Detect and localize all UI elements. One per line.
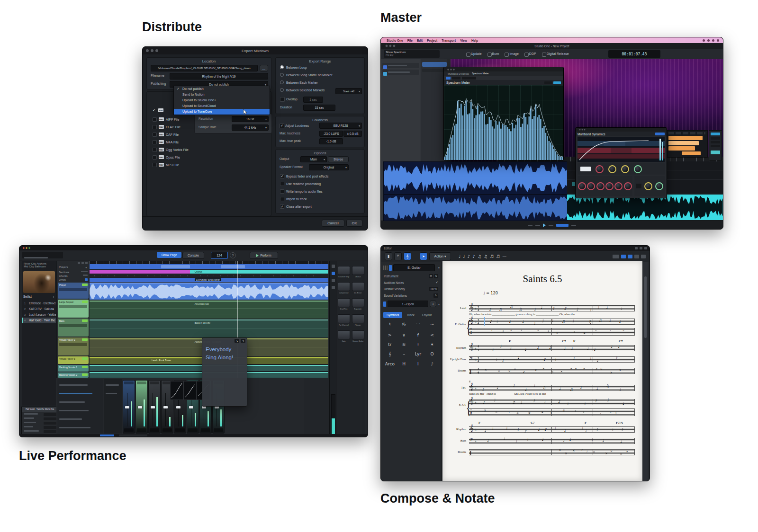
mbd-knob[interactable] xyxy=(608,165,616,173)
audition-checkbox[interactable]: ✓ xyxy=(436,281,438,284)
toolbar-button-1[interactable]: Burn xyxy=(487,52,499,55)
help-button[interactable]: ? xyxy=(230,252,236,258)
symbol-button-9[interactable]: ≋ xyxy=(397,342,411,347)
band-knob[interactable] xyxy=(596,182,605,190)
mbd-knob[interactable] xyxy=(596,165,604,173)
track-header-virtual-player-3[interactable]: Virtual Player 3 xyxy=(58,356,89,364)
bass-lane[interactable]: Bass in Weeze xyxy=(90,319,328,337)
insert-curve-box[interactable] xyxy=(183,381,197,400)
range-option-1[interactable]: Between Song Start/End Marker xyxy=(279,71,362,79)
browser-tile-5[interactable]: Expander xyxy=(352,296,364,310)
waveform-track-2[interactable] xyxy=(383,195,568,221)
note-duration-icons[interactable]: ♩♩♪♪ ♫♫♬♬— xyxy=(459,254,506,259)
variations-edit-icon[interactable]: ✎ xyxy=(433,293,438,298)
american-od-lane[interactable]: American OD xyxy=(90,301,328,319)
sections-row[interactable]: Chorus xyxy=(90,270,328,274)
symbol-button-2[interactable]: ⌒ xyxy=(411,322,425,328)
symbol-button-14[interactable]: Lyr xyxy=(411,352,425,357)
console-button[interactable]: Console xyxy=(182,252,204,259)
max-lufs-field[interactable]: -23.0 LUFS xyxy=(319,131,343,137)
browser-tile-3[interactable]: De-Esser xyxy=(352,280,364,294)
speaker-format-dropdown[interactable]: Original xyxy=(309,164,349,170)
symbol-button-10[interactable]: ⁞ xyxy=(411,342,425,347)
browser-tile-6[interactable]: Fat Channel xyxy=(338,312,350,326)
tab-layout[interactable]: Layout xyxy=(419,312,435,318)
browser-tile-8[interactable]: Gate xyxy=(338,328,350,342)
track-header-bass[interactable]: Bass xyxy=(58,319,89,337)
samplerate-dropdown[interactable]: 44.1 kHz xyxy=(232,124,269,131)
symbol-button-15[interactable]: O xyxy=(425,352,439,357)
publish-menu-item-3[interactable]: Upload to SoundCloud xyxy=(174,103,270,109)
format-item-5[interactable]: Opus File xyxy=(151,153,267,161)
track-header-backing-vocals-2[interactable]: Backing Vocals 2 xyxy=(58,372,89,378)
lyrics-note-popup[interactable]: ↘ ✎ Everybody Sing Along! xyxy=(202,337,247,407)
track-col-tools[interactable] xyxy=(57,261,90,265)
plugin-tab-spectrum[interactable]: Spectrum Meter xyxy=(472,72,489,75)
export-path-field[interactable]: /Volumes/Clouds/Dropbox/_CLOUD STUDIO/_S… xyxy=(151,65,258,71)
publish-menu-item-0[interactable]: Do not publish xyxy=(174,86,270,92)
master-track-row[interactable] xyxy=(382,63,419,68)
tempo-display[interactable]: 124 xyxy=(211,252,228,259)
symbol-button-7[interactable]: < xyxy=(425,333,439,337)
waveform-track-1[interactable] xyxy=(383,161,568,195)
publish-menu-item-1[interactable]: Send to Notion xyxy=(174,92,270,98)
browser-tile-9[interactable]: Groove Delay xyxy=(352,328,364,342)
velocity-value[interactable]: 80% xyxy=(429,287,438,291)
channel-strip-3[interactable] xyxy=(148,380,161,434)
add-setlist-icon[interactable]: ＋ xyxy=(52,295,55,300)
symbol-button-18[interactable]: I xyxy=(411,362,425,366)
tolerance-field[interactable]: ± 0.5 dB xyxy=(343,131,362,137)
band-knob[interactable] xyxy=(578,182,586,190)
publish-menu-item-4[interactable]: Upload to TuneCore xyxy=(174,109,270,115)
setlist-item-1[interactable]: KATO RV · Sakura xyxy=(22,306,56,312)
range-option-2[interactable]: Between Each Marker xyxy=(279,79,362,86)
channel-strip-2[interactable] xyxy=(135,380,148,434)
piano-view-button[interactable]: 𝄢 xyxy=(394,252,402,260)
arrow-tool-button[interactable]: ➤ xyxy=(420,252,427,260)
track-header-backing-vocals-1[interactable]: Backing Vocals 1 xyxy=(58,365,89,372)
resolution-dropdown[interactable]: 16 Bit xyxy=(232,116,269,122)
track-header-large-amped[interactable]: Large Amped xyxy=(58,300,89,318)
arranger-overview[interactable] xyxy=(90,264,328,269)
browse-button[interactable]: ... xyxy=(260,65,268,71)
menubar-item-0[interactable]: Studio One xyxy=(387,39,403,42)
ok-button[interactable]: OK xyxy=(346,220,362,227)
symbol-button-12[interactable]: 𝄞 xyxy=(383,352,397,357)
overlap-checkbox[interactable] xyxy=(280,97,285,102)
master-track-row[interactable] xyxy=(382,70,419,75)
format-item-6[interactable]: MP3 File xyxy=(151,161,267,168)
output-dropdown[interactable]: Main xyxy=(300,156,327,162)
popup-collapse-icon[interactable]: ↘ xyxy=(235,339,239,343)
symbol-button-11[interactable]: ✶ xyxy=(425,342,439,347)
toolbar-button-3[interactable]: DDP xyxy=(524,52,536,55)
symbol-button-19[interactable]: ♪ xyxy=(425,362,439,366)
track-header-player[interactable]: Player xyxy=(58,283,89,299)
band-knob[interactable] xyxy=(587,182,595,190)
timeline-ruler[interactable] xyxy=(90,261,328,264)
stereo-button[interactable]: Stereo xyxy=(328,156,349,162)
setlist-item-0[interactable]: Embrace · Electro Camp xyxy=(22,301,56,306)
device-box[interactable]: Show Spectrum Pro EQ xyxy=(384,50,440,58)
tab-symbols[interactable]: Symbols xyxy=(383,312,402,318)
solo-button[interactable]: S xyxy=(434,274,438,278)
track-header-virtual-player-2[interactable]: Virtual Player 2 xyxy=(58,337,89,355)
venue-photo[interactable] xyxy=(23,271,55,293)
variation-dropdown[interactable]: 1 - Open xyxy=(388,301,428,307)
option-check-4[interactable]: Close after export xyxy=(279,203,362,210)
band-knob[interactable] xyxy=(605,182,614,190)
channel-strip-1[interactable] xyxy=(123,380,135,434)
format-item-4[interactable]: Ogg Vorbis File xyxy=(151,146,267,153)
symbol-button-17[interactable]: H xyxy=(397,362,411,366)
option-check-1[interactable]: Use realtime processing xyxy=(279,180,362,187)
browser-tile-7[interactable]: Flanger xyxy=(352,312,364,326)
wave-file-row[interactable]: ✓ WAV xyxy=(153,108,162,113)
setlist-item-3[interactable]: Half Gold · Twin the World Aro xyxy=(22,318,56,323)
chords-row[interactable] xyxy=(90,274,328,277)
player-lane[interactable] xyxy=(90,283,328,300)
browser-tile-1[interactable]: Chorus xyxy=(352,264,364,278)
filename-field[interactable]: Rhythm of the Night V19 xyxy=(170,73,268,80)
tab-track[interactable]: Track xyxy=(403,312,418,318)
menubar-item-4[interactable]: Transport xyxy=(442,39,456,42)
popup-edit-icon[interactable]: ✎ xyxy=(241,339,245,343)
toolbar-button-0[interactable]: Update xyxy=(466,52,482,55)
